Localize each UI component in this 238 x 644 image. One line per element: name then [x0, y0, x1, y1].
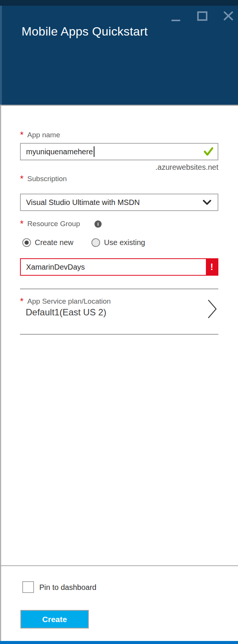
footer-divider — [0, 565, 238, 566]
radio-selected-icon — [22, 238, 31, 247]
minimize-icon — [172, 20, 180, 21]
create-button[interactable]: Create — [20, 610, 89, 628]
resource-group-radio-group: Create new Use existing — [22, 238, 145, 247]
info-icon[interactable]: i — [94, 220, 102, 228]
subscription-selected-value: Visual Studio Ultimate with MSDN — [26, 198, 140, 207]
section-divider — [20, 334, 218, 335]
required-marker: * — [20, 132, 23, 138]
minimize-button[interactable] — [171, 14, 181, 21]
subscription-label: * Subscription — [20, 175, 67, 183]
radio-dot — [25, 241, 29, 245]
app-name-value: myuniquenamehere — [26, 147, 93, 156]
required-marker: * — [20, 221, 23, 227]
radio-use-existing[interactable]: Use existing — [91, 238, 145, 247]
mobile-apps-quickstart-blade: Mobile Apps Quickstart * App name myuniq… — [0, 0, 238, 644]
resource-group-label-text: Resource Group — [27, 220, 80, 228]
resource-group-label: * Resource Group — [20, 220, 80, 228]
top-strip — [0, 0, 238, 6]
text-cursor — [94, 146, 94, 157]
radio-use-existing-label: Use existing — [104, 238, 145, 247]
chevron-down-icon — [202, 200, 212, 205]
resource-group-name-input[interactable]: XamarinDevDays ! — [20, 258, 218, 276]
required-marker: * — [20, 298, 23, 304]
app-service-plan-label: * App Service plan/Location — [20, 297, 111, 306]
required-marker: * — [20, 176, 23, 182]
chevron-right-icon — [207, 299, 218, 319]
error-exclamation-badge: ! — [206, 259, 218, 275]
close-icon — [223, 11, 233, 21]
pin-to-dashboard-checkbox[interactable] — [22, 581, 34, 593]
app-service-plan-label-text: App Service plan/Location — [27, 297, 111, 306]
domain-suffix: .azurewebsites.net — [20, 163, 218, 172]
header-divider — [0, 105, 238, 106]
blade-left-border — [0, 106, 1, 641]
app-name-label-text: App name — [27, 131, 60, 139]
blade-left-accent — [0, 6, 2, 105]
blade-title: Mobile Apps Quickstart — [22, 25, 148, 39]
subscription-label-text: Subscription — [27, 175, 67, 183]
maximize-button[interactable] — [197, 11, 207, 21]
radio-create-new-label: Create new — [35, 238, 73, 247]
radio-create-new[interactable]: Create new — [22, 238, 73, 247]
valid-checkmark-icon — [203, 147, 214, 157]
radio-unselected-icon — [91, 238, 100, 247]
app-service-plan-value: Default1(East US 2) — [26, 307, 106, 318]
subscription-select[interactable]: Visual Studio Ultimate with MSDN — [20, 194, 218, 211]
app-service-plan-picker[interactable]: * App Service plan/Location Default1(Eas… — [17, 290, 221, 333]
resource-group-name-value: XamarinDevDays — [26, 263, 85, 272]
bottom-accent-bar — [0, 641, 238, 644]
app-name-label: * App name — [20, 131, 60, 139]
section-divider — [20, 289, 218, 289]
app-name-input[interactable]: myuniquenamehere — [20, 143, 218, 160]
pin-to-dashboard-label[interactable]: Pin to dashboard — [39, 583, 96, 592]
close-button[interactable] — [223, 11, 233, 21]
